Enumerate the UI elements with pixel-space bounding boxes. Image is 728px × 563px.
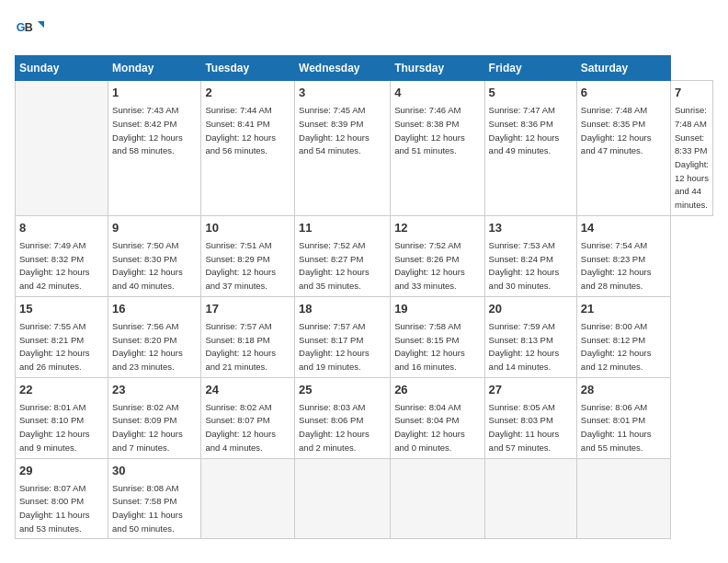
calendar-table: SundayMondayTuesdayWednesdayThursdayFrid…	[15, 55, 713, 539]
day-cell-7: 7Sunrise: 7:48 AMSunset: 8:33 PMDaylight…	[670, 81, 712, 216]
day-cell-4: 4Sunrise: 7:46 AMSunset: 8:38 PMDaylight…	[391, 81, 484, 216]
header-sunday: Sunday	[16, 56, 108, 81]
week-row-3: 15Sunrise: 7:55 AMSunset: 8:21 PMDayligh…	[16, 296, 713, 377]
header-wednesday: Wednesday	[295, 56, 391, 81]
day-cell-5: 5Sunrise: 7:47 AMSunset: 8:36 PMDaylight…	[484, 81, 576, 216]
day-cell-24: 24Sunrise: 8:02 AMSunset: 8:07 PMDayligh…	[201, 377, 295, 458]
header-tuesday: Tuesday	[201, 56, 295, 81]
day-cell-8: 8Sunrise: 7:49 AMSunset: 8:32 PMDaylight…	[16, 215, 108, 296]
day-cell-17: 17Sunrise: 7:57 AMSunset: 8:18 PMDayligh…	[201, 296, 295, 377]
day-cell-30: 30Sunrise: 8:08 AMSunset: 7:58 PMDayligh…	[108, 458, 201, 539]
day-cell-1: 1Sunrise: 7:43 AMSunset: 8:42 PMDaylight…	[108, 81, 201, 216]
day-cell-29: 29Sunrise: 8:07 AMSunset: 8:00 PMDayligh…	[16, 458, 108, 539]
day-cell-12: 12Sunrise: 7:52 AMSunset: 8:26 PMDayligh…	[391, 215, 484, 296]
day-cell-28: 28Sunrise: 8:06 AMSunset: 8:01 PMDayligh…	[576, 377, 670, 458]
day-cell-2: 2Sunrise: 7:44 AMSunset: 8:41 PMDaylight…	[201, 81, 295, 216]
week-row-2: 8Sunrise: 7:49 AMSunset: 8:32 PMDaylight…	[16, 215, 713, 296]
empty-cell	[484, 458, 576, 539]
header-monday: Monday	[108, 56, 201, 81]
day-cell-25: 25Sunrise: 8:03 AMSunset: 8:06 PMDayligh…	[295, 377, 391, 458]
page-header: G B	[15, 15, 713, 44]
day-cell-23: 23Sunrise: 8:02 AMSunset: 8:09 PMDayligh…	[108, 377, 201, 458]
day-cell-22: 22Sunrise: 8:01 AMSunset: 8:10 PMDayligh…	[16, 377, 108, 458]
day-cell-3: 3Sunrise: 7:45 AMSunset: 8:39 PMDaylight…	[295, 81, 391, 216]
empty-cell	[391, 458, 484, 539]
empty-cell	[201, 458, 295, 539]
week-row-5: 29Sunrise: 8:07 AMSunset: 8:00 PMDayligh…	[16, 458, 713, 539]
day-cell-27: 27Sunrise: 8:05 AMSunset: 8:03 PMDayligh…	[484, 377, 576, 458]
header-thursday: Thursday	[391, 56, 484, 81]
empty-cell	[295, 458, 391, 539]
svg-marker-2	[38, 21, 44, 28]
header-friday: Friday	[484, 56, 576, 81]
day-cell-21: 21Sunrise: 8:00 AMSunset: 8:12 PMDayligh…	[576, 296, 670, 377]
day-cell-20: 20Sunrise: 7:59 AMSunset: 8:13 PMDayligh…	[484, 296, 576, 377]
logo: G B	[15, 15, 48, 44]
empty-cell	[16, 81, 108, 216]
logo-icon: G B	[15, 15, 44, 44]
day-cell-9: 9Sunrise: 7:50 AMSunset: 8:30 PMDaylight…	[108, 215, 201, 296]
day-cell-14: 14Sunrise: 7:54 AMSunset: 8:23 PMDayligh…	[576, 215, 670, 296]
week-row-1: 1Sunrise: 7:43 AMSunset: 8:42 PMDaylight…	[16, 81, 713, 216]
day-cell-18: 18Sunrise: 7:57 AMSunset: 8:17 PMDayligh…	[295, 296, 391, 377]
day-cell-26: 26Sunrise: 8:04 AMSunset: 8:04 PMDayligh…	[391, 377, 484, 458]
day-cell-19: 19Sunrise: 7:58 AMSunset: 8:15 PMDayligh…	[391, 296, 484, 377]
header-row: SundayMondayTuesdayWednesdayThursdayFrid…	[16, 56, 713, 81]
day-cell-16: 16Sunrise: 7:56 AMSunset: 8:20 PMDayligh…	[108, 296, 201, 377]
day-cell-10: 10Sunrise: 7:51 AMSunset: 8:29 PMDayligh…	[201, 215, 295, 296]
calendar-body: 1Sunrise: 7:43 AMSunset: 8:42 PMDaylight…	[16, 81, 713, 539]
header-saturday: Saturday	[576, 56, 670, 81]
empty-cell	[576, 458, 670, 539]
day-cell-6: 6Sunrise: 7:48 AMSunset: 8:35 PMDaylight…	[576, 81, 670, 216]
day-cell-15: 15Sunrise: 7:55 AMSunset: 8:21 PMDayligh…	[16, 296, 108, 377]
week-row-4: 22Sunrise: 8:01 AMSunset: 8:10 PMDayligh…	[16, 377, 713, 458]
calendar-header: SundayMondayTuesdayWednesdayThursdayFrid…	[16, 56, 713, 81]
day-cell-11: 11Sunrise: 7:52 AMSunset: 8:27 PMDayligh…	[295, 215, 391, 296]
svg-text:B: B	[25, 21, 33, 34]
day-cell-13: 13Sunrise: 7:53 AMSunset: 8:24 PMDayligh…	[484, 215, 576, 296]
